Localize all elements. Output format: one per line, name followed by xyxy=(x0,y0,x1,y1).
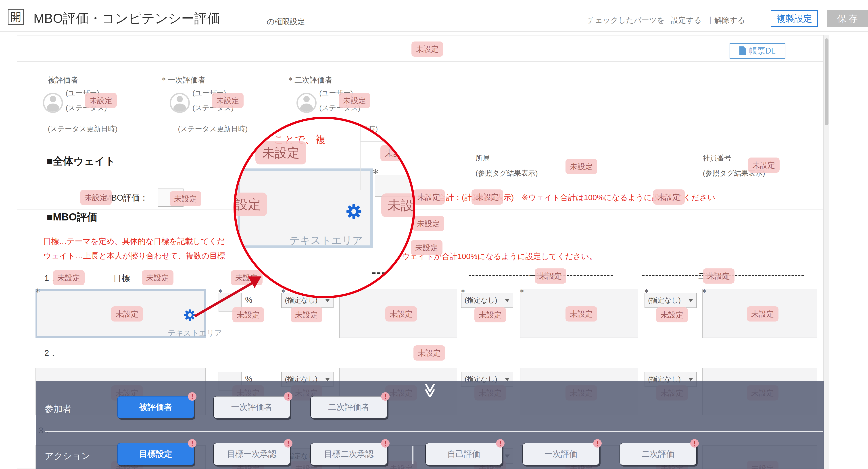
rating-dropdown[interactable]: (指定なし) xyxy=(461,293,513,308)
status-badge: 未設定 xyxy=(80,190,112,205)
dropdown-value: (指定なし) xyxy=(465,296,497,305)
report-download-button[interactable]: 帳票DL xyxy=(730,43,785,59)
participant-first-evaluator-button[interactable]: 一次評価者 xyxy=(213,396,290,418)
status-badge: 未設定 xyxy=(565,306,597,322)
magnified-status-badge: 未設定 xyxy=(381,194,415,217)
magnified-gear-icon xyxy=(346,203,362,220)
dropdown-value: (指定なし) xyxy=(648,296,681,305)
second-evaluator-label: ＊二次評価者 xyxy=(287,75,333,85)
permission-settings-page: 開 MBO評価・コンピテンシー評価 の権限設定 チェックしたパーツを 設定する … xyxy=(0,0,868,469)
rating-dropdown[interactable]: (指定なし) xyxy=(645,293,697,308)
participants-label: 参加者 xyxy=(45,403,71,415)
status-badge: 未設定 xyxy=(170,191,202,206)
goal-column-label: 目標 xyxy=(114,273,130,284)
status-badge: 未設定 xyxy=(747,306,778,322)
unset-link[interactable]: 解除する xyxy=(714,15,745,26)
required-asterisk: ＊ xyxy=(517,286,527,299)
action-second-evaluation-button[interactable]: 二次評価 xyxy=(620,443,696,465)
participant-evaluatee-button[interactable]: 被評価者 xyxy=(117,396,194,418)
status-badge: 未設定 xyxy=(232,307,264,323)
status-badge: 未設定 xyxy=(474,307,506,323)
actions-label: アクション xyxy=(45,450,90,462)
mbo-section-title: ■MBO評価 xyxy=(46,210,97,224)
status-badge: 未設定 xyxy=(748,158,780,173)
checked-parts-label: チェックしたパーツを xyxy=(587,15,664,26)
status-badge: 未設定 xyxy=(411,240,442,255)
status-badge: 未設定 xyxy=(111,306,143,322)
affiliation-label: 所属 xyxy=(475,153,490,163)
status-badge: 未設定 xyxy=(385,306,417,322)
status-updated-label: (ステータス更新日時) xyxy=(48,124,118,134)
action-first-evaluation-button[interactable]: 一次評価 xyxy=(522,443,599,465)
report-download-label: 帳票DL xyxy=(749,45,776,57)
alert-badge: ! xyxy=(593,439,602,447)
required-asterisk: ＊ xyxy=(458,286,468,299)
collapse-chevron-icon[interactable]: ≫ xyxy=(422,383,439,398)
status-badge: 未設定 xyxy=(656,307,688,323)
magnified-textarea-hint: テキストエリア xyxy=(289,234,363,247)
magnifier-circle: ことで、複 未設定 テキストエリア ＊ 未設定 未設定 未設定 xyxy=(234,117,415,298)
chevron-down-icon xyxy=(325,299,330,302)
required-asterisk: ＊ xyxy=(216,286,225,299)
status-badge: 未設定 xyxy=(471,190,503,205)
action-self-evaluation-button[interactable]: 自己評価 xyxy=(425,443,502,465)
action-goal-setting-button[interactable]: 目標設定 xyxy=(117,443,194,465)
status-badge: 未設定 xyxy=(413,190,445,205)
action-goal-first-approval-button[interactable]: 目標一次承認 xyxy=(213,443,290,465)
app-logo: 開 xyxy=(8,9,24,25)
alert-badge: ! xyxy=(690,439,699,447)
alert-badge: ! xyxy=(284,392,292,401)
set-unset-divider: ｜ xyxy=(707,15,714,25)
page-subtitle: の権限設定 xyxy=(267,16,305,27)
status-badge: 未設定 xyxy=(703,268,735,283)
participant-second-evaluator-button[interactable]: 二次評価者 xyxy=(310,396,388,418)
chevron-down-icon xyxy=(688,299,693,302)
status-badge: 未設定 xyxy=(339,93,370,108)
avatar xyxy=(297,93,316,113)
action-goal-second-approval-button[interactable]: 目標二次承認 xyxy=(310,443,388,465)
alert-badge: ! xyxy=(188,392,196,401)
magnified-status-badge: 未設定 xyxy=(234,193,267,216)
status-badge: 未設定 xyxy=(411,41,443,57)
weight-description-left: ウェイト…上長と本人が擦り合わせて、複数の目標 xyxy=(43,250,225,261)
required-asterisk: ＊ xyxy=(700,286,709,299)
status-badge: 未設定 xyxy=(291,307,322,323)
status-badge: 未設定 xyxy=(212,93,244,108)
status-badge: 未設定 xyxy=(653,190,685,205)
save-button[interactable]: 保 存 xyxy=(827,10,868,27)
required-asterisk: ＊ xyxy=(33,286,42,298)
alert-badge: ! xyxy=(381,392,390,401)
chevron-down-icon xyxy=(505,299,510,302)
goal-description: 目標…テーマを定め、具体的な目標を記載してくだ xyxy=(43,236,225,246)
status-badge: 未設定 xyxy=(53,270,85,286)
first-evaluator-label: ＊一次評価者 xyxy=(160,75,206,85)
required-asterisk: ＊ xyxy=(642,286,651,299)
alert-badge: ! xyxy=(496,439,504,447)
status-updated-label: (ステータス更新日時) xyxy=(178,124,248,134)
duplicate-settings-button[interactable]: 複製設定 xyxy=(771,10,818,27)
status-badge: 未設定 xyxy=(85,93,117,108)
avatar xyxy=(170,93,190,113)
scrollbar-thumb[interactable] xyxy=(825,38,829,125)
percent-label: % xyxy=(245,295,252,305)
page-title: MBO評価・コンピテンシー評価 xyxy=(33,10,220,27)
action-group-divider xyxy=(412,446,413,464)
magnified-status-badge: 未設定 xyxy=(255,141,306,164)
alert-badge: ! xyxy=(381,439,390,447)
avatar xyxy=(43,93,63,113)
row2-number: 2． xyxy=(44,347,57,359)
status-badge: 未設定 xyxy=(142,270,174,286)
panel-divider xyxy=(45,431,823,432)
overall-weight-title: ■全体ウェイト xyxy=(46,155,116,168)
status-badge: 未設定 xyxy=(565,159,597,174)
alert-badge: ! xyxy=(284,439,292,447)
evaluatee-label: 被評価者 xyxy=(48,75,78,85)
alert-badge: ! xyxy=(188,439,196,447)
magnified-asterisk: ＊ xyxy=(370,165,382,181)
document-icon xyxy=(739,46,746,55)
set-link[interactable]: 設定する xyxy=(671,15,702,26)
status-badge: 未設定 xyxy=(413,345,445,361)
ref-tag-label: (参照タグ結果表示) xyxy=(475,168,538,178)
employee-no-label: 社員番号 xyxy=(703,153,732,163)
textarea-hint-label: テキストエリア xyxy=(168,328,222,338)
